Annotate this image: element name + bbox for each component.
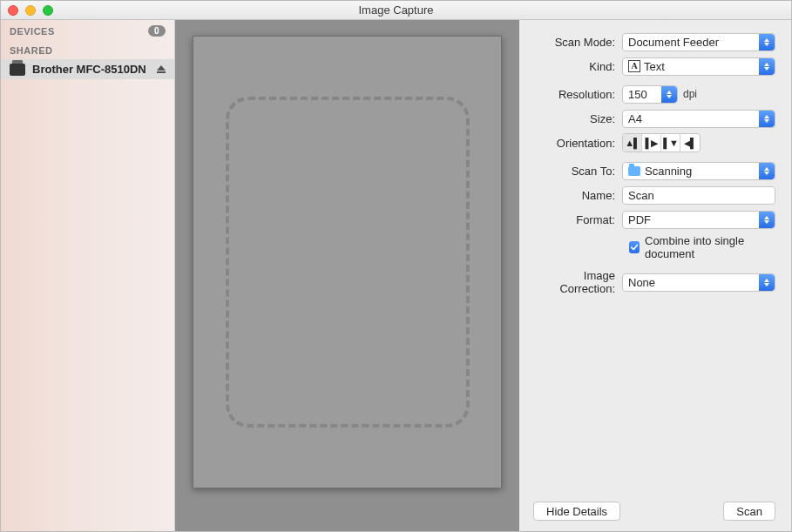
sidebar: DEVICES 0 SHARED Brother MFC-8510DN [1, 20, 175, 531]
image-correction-select[interactable]: None [622, 273, 775, 292]
resolution-label: Resolution: [528, 88, 622, 101]
devices-count-badge: 0 [148, 25, 166, 37]
chevron-updown-icon [759, 274, 775, 291]
scan-region-outline [226, 97, 470, 428]
input-value: Scan [628, 189, 654, 202]
titlebar: Image Capture [1, 1, 791, 20]
chevron-updown-icon [759, 212, 775, 228]
size-select[interactable]: A4 [622, 110, 775, 128]
scan-mode-select[interactable]: Document Feeder [622, 33, 775, 51]
scan-to-label: Scan To: [528, 165, 622, 178]
name-label: Name: [528, 189, 622, 202]
sidebar-section-shared: SHARED [1, 40, 174, 59]
printer-icon [10, 64, 25, 76]
kind-select[interactable]: A Text [622, 57, 775, 76]
window: Image Capture DEVICES 0 SHARED Brother M… [0, 0, 792, 532]
combine-checkbox-row[interactable]: Combine into single document [629, 234, 775, 260]
eject-icon[interactable] [155, 64, 167, 76]
select-value: Text [644, 60, 665, 73]
sidebar-section-devices: DEVICES 0 [1, 20, 174, 40]
text-kind-icon: A [628, 60, 640, 72]
chevron-updown-icon [759, 34, 775, 51]
chevron-updown-icon [759, 163, 775, 179]
sidebar-section-label: DEVICES [10, 26, 55, 37]
combine-label: Combine into single document [645, 234, 775, 260]
select-value: 150 [628, 88, 647, 101]
preview-page[interactable] [193, 36, 502, 488]
image-correction-label: Image Correction: [528, 269, 622, 295]
orientation-landscape-right[interactable]: ▌▶ [642, 134, 661, 152]
window-body: DEVICES 0 SHARED Brother MFC-8510DN [1, 20, 791, 531]
footer: Hide Details Scan [519, 493, 791, 531]
select-value: None [628, 276, 655, 289]
name-input[interactable]: Scan [622, 186, 775, 205]
sidebar-item-scanner[interactable]: Brother MFC-8510DN [1, 59, 174, 79]
select-value: A4 [628, 112, 642, 125]
scan-to-select[interactable]: Scanning [622, 162, 775, 180]
orientation-portrait-down[interactable]: ▌▼ [661, 134, 680, 152]
checkbox-checked-icon [629, 241, 640, 253]
orientation-portrait[interactable]: ▲▌ [623, 134, 642, 152]
chevron-updown-icon [759, 111, 775, 127]
select-value: Document Feeder [628, 36, 719, 49]
format-label: Format: [528, 213, 622, 226]
orientation-landscape-left[interactable]: ◀▌ [680, 134, 700, 152]
preview-area [175, 20, 519, 531]
size-label: Size: [528, 112, 622, 125]
format-select[interactable]: PDF [622, 211, 775, 229]
portrait-down-icon: ▌▼ [663, 138, 678, 148]
scan-mode-label: Scan Mode: [528, 36, 622, 49]
chevron-updown-icon [661, 86, 677, 103]
settings-panel: Scan Mode: Document Feeder Kind: A Text [519, 20, 791, 531]
folder-icon [628, 166, 640, 176]
sidebar-item-label: Brother MFC-8510DN [32, 63, 146, 76]
resolution-unit: dpi [683, 88, 697, 100]
settings-fields: Scan Mode: Document Feeder Kind: A Text [519, 20, 791, 300]
portrait-up-icon: ▲▌ [625, 138, 640, 148]
chevron-updown-icon [759, 58, 775, 75]
hide-details-button[interactable]: Hide Details [533, 502, 620, 521]
window-title: Image Capture [1, 3, 791, 17]
select-value: Scanning [645, 165, 692, 178]
sidebar-section-label: SHARED [10, 45, 52, 56]
select-value: PDF [628, 213, 651, 226]
scan-button[interactable]: Scan [723, 502, 775, 521]
landscape-left-icon: ◀▌ [684, 138, 696, 149]
resolution-select[interactable]: 150 [622, 85, 678, 104]
kind-label: Kind: [528, 60, 622, 73]
landscape-right-icon: ▌▶ [646, 138, 658, 149]
orientation-segmented: ▲▌ ▌▶ ▌▼ ◀▌ [622, 133, 701, 152]
orientation-label: Orientation: [528, 137, 622, 150]
